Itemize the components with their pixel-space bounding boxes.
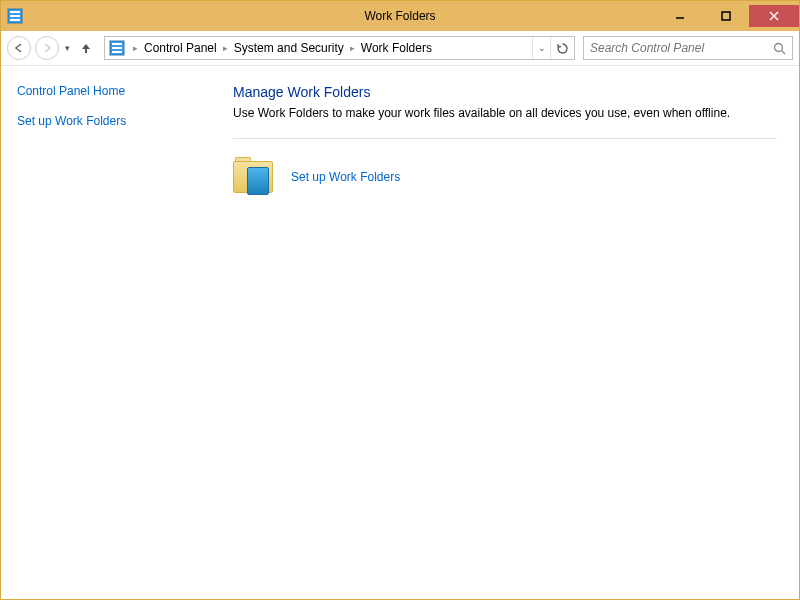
svg-rect-2 xyxy=(10,15,20,17)
breadcrumb: ▸ Control Panel ▸ System and Security ▸ … xyxy=(131,37,436,59)
page-heading: Manage Work Folders xyxy=(233,84,777,100)
setup-item: Set up Work Folders xyxy=(233,157,777,197)
recent-locations-dropdown[interactable]: ▾ xyxy=(63,43,72,53)
address-dropdown[interactable]: ⌄ xyxy=(532,37,550,59)
maximize-button[interactable] xyxy=(703,5,749,27)
svg-rect-9 xyxy=(112,43,122,45)
minimize-button[interactable] xyxy=(657,5,703,27)
breadcrumb-item[interactable]: System and Security xyxy=(230,37,348,59)
main-panel: Manage Work Folders Use Work Folders to … xyxy=(211,66,799,599)
chevron-right-icon[interactable]: ▸ xyxy=(348,43,357,53)
svg-point-12 xyxy=(775,43,783,51)
back-button[interactable] xyxy=(7,36,31,60)
search-box[interactable] xyxy=(583,36,793,60)
refresh-button[interactable] xyxy=(550,37,574,59)
svg-rect-5 xyxy=(722,12,730,20)
chevron-right-icon[interactable]: ▸ xyxy=(131,43,140,53)
svg-rect-10 xyxy=(112,47,122,49)
breadcrumb-item[interactable]: Work Folders xyxy=(357,37,436,59)
close-button[interactable] xyxy=(749,5,799,27)
search-icon[interactable] xyxy=(773,42,786,55)
search-input[interactable] xyxy=(590,41,773,55)
divider xyxy=(233,138,777,139)
breadcrumb-item[interactable]: Control Panel xyxy=(140,37,221,59)
svg-rect-1 xyxy=(10,11,20,13)
setup-work-folders-link[interactable]: Set up Work Folders xyxy=(17,114,195,128)
content-area: Control Panel Home Set up Work Folders M… xyxy=(1,66,799,599)
app-icon xyxy=(7,8,23,24)
work-folders-icon xyxy=(233,157,277,197)
window-controls xyxy=(657,5,799,27)
title-bar: Work Folders xyxy=(1,1,799,31)
window: Work Folders ▾ xyxy=(0,0,800,600)
up-button[interactable] xyxy=(76,38,96,58)
svg-rect-11 xyxy=(112,51,122,53)
forward-button[interactable] xyxy=(35,36,59,60)
address-bar[interactable]: ▸ Control Panel ▸ System and Security ▸ … xyxy=(104,36,575,60)
sidebar: Control Panel Home Set up Work Folders xyxy=(1,66,211,599)
setup-work-folders-main-link[interactable]: Set up Work Folders xyxy=(291,170,400,184)
svg-line-13 xyxy=(782,50,786,54)
svg-rect-3 xyxy=(10,19,20,21)
control-panel-home-link[interactable]: Control Panel Home xyxy=(17,84,195,98)
nav-bar: ▾ ▸ Control Panel ▸ System and Security … xyxy=(1,31,799,66)
page-description: Use Work Folders to make your work files… xyxy=(233,106,777,120)
control-panel-icon xyxy=(109,40,125,56)
chevron-right-icon[interactable]: ▸ xyxy=(221,43,230,53)
